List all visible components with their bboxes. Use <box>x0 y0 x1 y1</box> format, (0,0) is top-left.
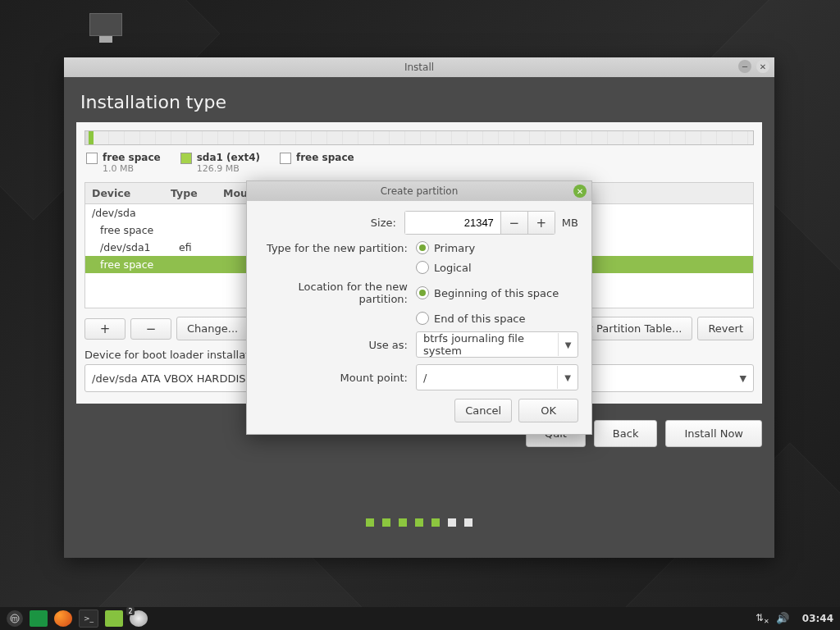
partition-location-label: Location for the new partition: <box>260 281 408 305</box>
firefox-icon[interactable] <box>54 610 72 627</box>
pager-dot <box>464 518 472 527</box>
svg-text:m: m <box>11 615 18 623</box>
size-spinner: − + <box>404 211 555 235</box>
back-button[interactable]: Back <box>594 420 658 447</box>
mountpoint-combo[interactable]: / ▼ <box>416 364 578 390</box>
size-increment-button[interactable]: + <box>528 211 555 235</box>
disk-legend: free space 1.0 MB sda1 (ext4) 126.9 MB f… <box>84 150 754 182</box>
chevron-down-icon: ▼ <box>740 373 746 384</box>
pager-dot <box>399 518 407 527</box>
legend-item: free space <box>280 152 354 164</box>
install-now-button[interactable]: Install Now <box>665 420 762 447</box>
legend-item: sda1 (ext4) 126.9 MB <box>180 152 260 174</box>
pager-dot <box>366 518 374 527</box>
create-partition-dialog: Create partition ✕ Size: − + MB Type for… <box>246 180 592 435</box>
radio-beginning[interactable] <box>416 286 429 299</box>
chevron-down-icon: ▼ <box>557 366 578 389</box>
dialog-title: Create partition <box>381 185 459 197</box>
close-button[interactable]: ✕ <box>756 60 769 73</box>
volume-icon[interactable]: 🔊 <box>776 612 789 624</box>
remove-partition-button[interactable]: − <box>130 318 171 340</box>
system-tray: ⇅✕ 🔊 <box>756 612 789 625</box>
terminal-icon[interactable]: >_ <box>79 609 98 628</box>
change-partition-button[interactable]: Change... <box>176 317 249 340</box>
radio-logical[interactable] <box>416 261 429 274</box>
page-title: Installation type <box>64 77 774 122</box>
network-icon[interactable]: ⇅✕ <box>756 612 769 625</box>
dialog-titlebar[interactable]: Create partition ✕ <box>247 181 591 201</box>
taskbar[interactable]: m >_ 2 ⇅✕ 🔊 03:44 <box>0 607 840 630</box>
pager-dot <box>382 518 390 527</box>
show-desktop-icon[interactable] <box>30 610 48 627</box>
desktop-icon-computer[interactable] <box>86 13 126 52</box>
installer-task-icon[interactable]: 2 <box>130 610 148 627</box>
partition-type-label: Type for the new partition: <box>260 242 408 254</box>
swatch-icon <box>180 153 192 164</box>
swatch-icon <box>280 153 291 164</box>
size-unit: MB <box>562 217 578 229</box>
minimize-button[interactable]: ─ <box>738 60 751 73</box>
radio-end[interactable] <box>416 312 429 325</box>
useas-label: Use as: <box>260 339 408 351</box>
chevron-down-icon: ▼ <box>558 333 578 356</box>
cancel-button[interactable]: Cancel <box>454 399 512 422</box>
size-label: Size: <box>260 217 396 229</box>
files-icon[interactable] <box>105 610 123 627</box>
useas-combo[interactable]: btrfs journaling file system ▼ <box>416 331 578 358</box>
size-input[interactable] <box>404 211 500 235</box>
revert-button[interactable]: Revert <box>697 317 754 340</box>
pager-dot <box>448 518 456 527</box>
wizard-pager <box>64 518 774 527</box>
pager-dot <box>415 518 423 527</box>
dialog-close-button[interactable]: ✕ <box>573 185 587 198</box>
ok-button[interactable]: OK <box>518 399 578 422</box>
menu-icon[interactable]: m <box>7 610 23 627</box>
size-decrement-button[interactable]: − <box>500 211 528 235</box>
disk-usage-bar[interactable] <box>84 130 754 145</box>
window-titlebar[interactable]: Install ─ ✕ <box>64 57 774 77</box>
pager-dot <box>431 518 440 527</box>
clock[interactable]: 03:44 <box>802 613 833 624</box>
radio-primary[interactable] <box>416 241 429 254</box>
swatch-icon <box>86 153 98 164</box>
legend-item: free space 1.0 MB <box>86 152 161 174</box>
add-partition-button[interactable]: + <box>84 318 126 340</box>
mountpoint-label: Mount point: <box>260 372 408 384</box>
window-title: Install <box>404 62 434 73</box>
